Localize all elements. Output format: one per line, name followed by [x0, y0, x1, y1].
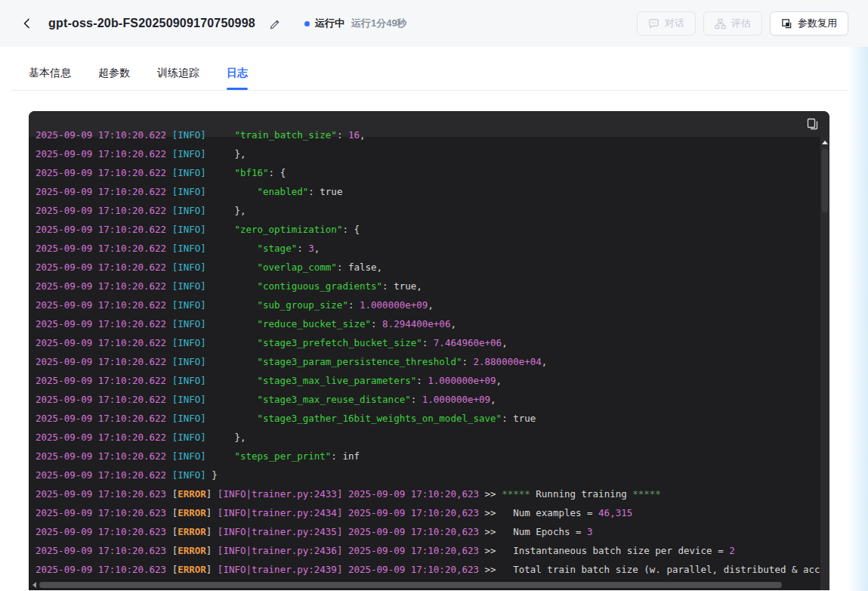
back-button[interactable]	[17, 13, 38, 34]
log-line: 2025-09-09 17:10:20.622 [INFO] },	[36, 201, 820, 220]
page-title: gpt-oss-20b-FS20250909170750998	[48, 17, 255, 30]
duplicate-icon	[781, 18, 792, 29]
log-line: 2025-09-09 17:10:20.622 [INFO] }	[36, 466, 820, 484]
log-console: 2025-09-09 17:10:20.622 [INFO] "train_ba…	[29, 111, 829, 590]
evaluate-button-label: 评估	[731, 17, 751, 30]
log-line: 2025-09-09 17:10:20.623 [ERROR] [INFO|tr…	[36, 522, 820, 541]
header-actions: 对话 评估 参数复用	[637, 11, 848, 36]
tab-logs[interactable]: 日志	[227, 67, 248, 90]
parameter-reuse-button-label: 参数复用	[798, 17, 837, 30]
run-status: 运行中 运行1分49秒	[304, 17, 407, 30]
tabs-bar: 基本信息 超参数 训练追踪 日志	[11, 47, 857, 91]
status-duration: 运行1分49秒	[351, 17, 407, 30]
log-line: 2025-09-09 17:10:20.622 [INFO] "bf16": {	[36, 163, 820, 182]
log-line: 2025-09-09 17:10:20.622 [INFO] "reduce_b…	[36, 314, 820, 333]
log-line: 2025-09-09 17:10:20.622 [INFO] "stage3_g…	[36, 409, 820, 428]
status-dot	[304, 21, 310, 26]
top-bar: gpt-oss-20b-FS20250909170750998 运行中 运行1分…	[0, 0, 868, 47]
pencil-icon	[269, 17, 282, 30]
log-line: 2025-09-09 17:10:20.622 [INFO] "stage3_m…	[36, 390, 820, 409]
scroll-up-arrow-icon[interactable]	[822, 141, 828, 144]
log-line: 2025-09-09 17:10:20.622 [INFO] "sub_grou…	[36, 296, 820, 314]
log-line: 2025-09-09 17:10:20.622 [INFO] "stage3_p…	[36, 352, 820, 371]
log-line: 2025-09-09 17:10:20.623 [ERROR] [INFO|tr…	[36, 541, 820, 560]
vertical-scrollbar[interactable]	[820, 137, 829, 590]
window-edge-strip	[848, 47, 868, 591]
log-line: 2025-09-09 17:10:20.622 [INFO] "contiguo…	[36, 277, 820, 296]
sitemap-icon	[715, 18, 726, 29]
chat-button-label: 对话	[665, 17, 684, 30]
evaluate-button[interactable]: 评估	[703, 11, 762, 36]
chat-button[interactable]: 对话	[637, 11, 696, 36]
log-line: 2025-09-09 17:10:20.622 [INFO] },	[36, 428, 820, 447]
tab-basic-info[interactable]: 基本信息	[29, 67, 71, 90]
tab-training-tracking[interactable]: 训练追踪	[157, 67, 199, 90]
log-line: 2025-09-09 17:10:20.622 [INFO] "stage3_m…	[36, 371, 820, 390]
log-line: 2025-09-09 17:10:20.622 [INFO] "steps_pe…	[36, 447, 820, 466]
horizontal-scroll-thumb[interactable]	[39, 582, 782, 588]
log-line: 2025-09-09 17:10:20.622 [INFO] "enabled"…	[36, 182, 820, 201]
tab-hyperparameters[interactable]: 超参数	[98, 67, 130, 90]
log-line: 2025-09-09 17:10:20.622 [INFO] "overlap_…	[36, 258, 820, 277]
log-line: 2025-09-09 17:10:20.622 [INFO] "stage": …	[36, 239, 820, 258]
log-line: 2025-09-09 17:10:20.623 [ERROR] [INFO|tr…	[36, 503, 820, 522]
log-line: 2025-09-09 17:10:20.623 [ERROR] [INFO|tr…	[36, 560, 820, 579]
log-line: 2025-09-09 17:10:20.622 [INFO] "zero_opt…	[36, 220, 820, 239]
log-lines: 2025-09-09 17:10:20.622 [INFO] "train_ba…	[29, 125, 820, 581]
log-line: 2025-09-09 17:10:20.622 [INFO] },	[36, 144, 820, 163]
edit-title-button[interactable]	[269, 17, 282, 30]
log-line: 2025-09-09 17:10:20.622 [INFO] "train_ba…	[36, 125, 820, 144]
vertical-scroll-thumb[interactable]	[822, 149, 828, 212]
log-line: 2025-09-09 17:10:20.622 [INFO] "stage3_p…	[36, 333, 820, 352]
log-line: 2025-09-09 17:10:20.623 [ERROR] [INFO|tr…	[36, 484, 820, 503]
chevron-left-icon	[21, 17, 33, 29]
status-label: 运行中	[315, 17, 344, 30]
chat-bubble-icon	[648, 18, 659, 29]
parameter-reuse-button[interactable]: 参数复用	[770, 11, 848, 36]
horizontal-scrollbar[interactable]	[29, 581, 820, 589]
scroll-left-arrow-icon[interactable]	[32, 582, 36, 588]
